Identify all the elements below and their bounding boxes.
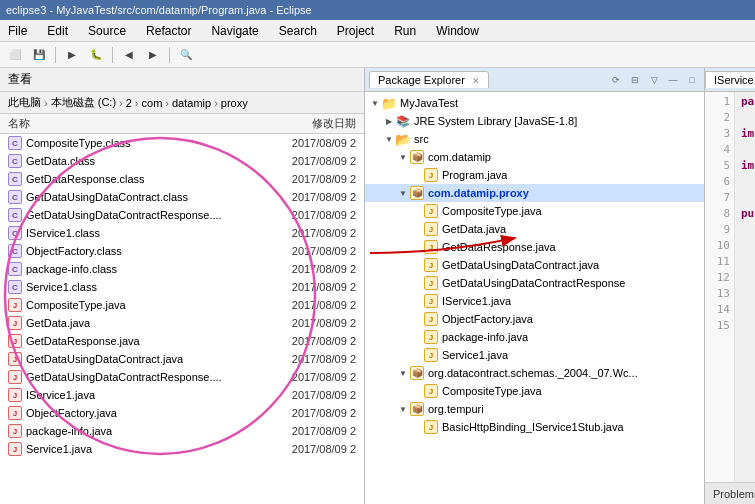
tree-item[interactable]: JBasicHttpBinding_IService1Stub.java xyxy=(365,418,704,436)
list-item[interactable]: CGetDataResponse.class2017/08/09 2 xyxy=(0,170,364,188)
bc-c[interactable]: 本地磁盘 (C:) xyxy=(51,95,116,110)
menu-edit[interactable]: Edit xyxy=(43,22,72,40)
tree-item[interactable]: JGetDataUsingDataContract.java xyxy=(365,256,704,274)
view-label: 查看 xyxy=(8,72,32,86)
line-number: 5 xyxy=(705,158,734,174)
package-explorer-panel: Package Explorer ✕ ⟳ ⊟ ▽ — □ ▼📁MyJavaTes… xyxy=(365,68,705,504)
tree-item[interactable]: JService1.java xyxy=(365,346,704,364)
tree-label: package-info.java xyxy=(442,331,528,343)
toolbar-forward[interactable]: ▶ xyxy=(142,45,164,65)
collapse-icon[interactable]: ⊟ xyxy=(627,72,643,88)
list-item[interactable]: Jpackage-info.java2017/08/09 2 xyxy=(0,422,364,440)
main-split: 查看 此电脑 › 本地磁盘 (C:) › 2 › com › datamip ›… xyxy=(0,68,755,504)
tree-arrow-icon: ▼ xyxy=(397,187,409,199)
bc-2[interactable]: 2 xyxy=(126,97,132,109)
list-item[interactable]: CIService1.class2017/08/09 2 xyxy=(0,224,364,242)
menu-project[interactable]: Project xyxy=(333,22,378,40)
list-item[interactable]: JGetDataResponse.java2017/08/09 2 xyxy=(0,332,364,350)
menu-window[interactable]: Window xyxy=(432,22,483,40)
toolbar-debug[interactable]: 🐛 xyxy=(85,45,107,65)
list-item[interactable]: JGetDataUsingDataContractResponse....201… xyxy=(0,368,364,386)
toolbar-new[interactable]: ⬜ xyxy=(4,45,26,65)
tree-item[interactable]: JIService1.java xyxy=(365,292,704,310)
tree-item[interactable]: ▼📦org.datacontract.schemas._2004._07.Wc.… xyxy=(365,364,704,382)
class-icon: C xyxy=(8,208,22,222)
list-item[interactable]: CGetDataUsingDataContract.class2017/08/0… xyxy=(0,188,364,206)
tree-label: BasicHttpBinding_IService1Stub.java xyxy=(442,421,624,433)
file-name: ObjectFactory.java xyxy=(26,407,246,419)
file-name: ObjectFactory.class xyxy=(26,245,246,257)
sync-icon[interactable]: ⟳ xyxy=(608,72,624,88)
list-item[interactable]: Cpackage-info.class2017/08/09 2 xyxy=(0,260,364,278)
view-menu-icon[interactable]: ▽ xyxy=(646,72,662,88)
menu-bar: File Edit Source Refactor Navigate Searc… xyxy=(0,20,755,42)
list-item[interactable]: JGetData.java2017/08/09 2 xyxy=(0,314,364,332)
java-file-icon: J xyxy=(424,204,438,218)
menu-file[interactable]: File xyxy=(4,22,31,40)
toolbar-back[interactable]: ◀ xyxy=(118,45,140,65)
list-item[interactable]: CService1.class2017/08/09 2 xyxy=(0,278,364,296)
tab-package-explorer[interactable]: Package Explorer ✕ xyxy=(369,71,489,88)
list-item[interactable]: JService1.java2017/08/09 2 xyxy=(0,440,364,458)
tree-item[interactable]: JGetDataUsingDataContractResponse xyxy=(365,274,704,292)
file-date: 2017/08/09 2 xyxy=(246,245,356,257)
tree-item[interactable]: ▼📦com.datamip.proxy xyxy=(365,184,704,202)
list-item[interactable]: JObjectFactory.java2017/08/09 2 xyxy=(0,404,364,422)
maximize-icon[interactable]: □ xyxy=(684,72,700,88)
toolbar-search[interactable]: 🔍 xyxy=(175,45,197,65)
menu-refactor[interactable]: Refactor xyxy=(142,22,195,40)
col-date[interactable]: 修改日期 xyxy=(246,116,356,131)
tree-item[interactable]: JProgram.java xyxy=(365,166,704,184)
list-item[interactable]: CCompositeType.class2017/08/09 2 xyxy=(0,134,364,152)
tree-item[interactable]: JCompositeType.java xyxy=(365,382,704,400)
list-item[interactable]: JGetDataUsingDataContract.java2017/08/09… xyxy=(0,350,364,368)
file-name: GetData.class xyxy=(26,155,246,167)
java-file-icon: J xyxy=(424,312,438,326)
tree-item[interactable]: JCompositeType.java xyxy=(365,202,704,220)
tree-node-icon: J xyxy=(423,293,439,309)
tree-item[interactable]: JGetDataResponse.java xyxy=(365,238,704,256)
tree-item[interactable]: ▼📂src xyxy=(365,130,704,148)
file-name: GetDataUsingDataContractResponse.... xyxy=(26,371,246,383)
tab-iservice1[interactable]: IService1 xyxy=(705,71,755,88)
bc-pc[interactable]: 此电脑 xyxy=(8,95,41,110)
menu-source[interactable]: Source xyxy=(84,22,130,40)
menu-navigate[interactable]: Navigate xyxy=(207,22,262,40)
tree-arrow-icon: ▼ xyxy=(369,97,381,109)
code-content[interactable]: packageimpimppub xyxy=(735,92,755,482)
menu-search[interactable]: Search xyxy=(275,22,321,40)
toolbar-save[interactable]: 💾 xyxy=(28,45,50,65)
list-item[interactable]: CObjectFactory.class2017/08/09 2 xyxy=(0,242,364,260)
list-item[interactable]: CGetData.class2017/08/09 2 xyxy=(0,152,364,170)
tree-node-icon: J xyxy=(423,239,439,255)
library-icon: 📚 xyxy=(396,115,410,128)
tree-node-icon: 📂 xyxy=(395,131,411,147)
file-date: 2017/08/09 2 xyxy=(246,335,356,347)
code-line: package xyxy=(741,94,749,110)
tree-item[interactable]: ▶📚JRE System Library [JavaSE-1.8] xyxy=(365,112,704,130)
tree-label: GetData.java xyxy=(442,223,506,235)
tree-item[interactable]: ▼📦org.tempuri xyxy=(365,400,704,418)
tree-item[interactable]: Jpackage-info.java xyxy=(365,328,704,346)
bc-proxy[interactable]: proxy xyxy=(221,97,248,109)
bc-datamip[interactable]: datamip xyxy=(172,97,211,109)
minimize-icon[interactable]: — xyxy=(665,72,681,88)
list-item[interactable]: JCompositeType.java2017/08/09 2 xyxy=(0,296,364,314)
bc-com[interactable]: com xyxy=(142,97,163,109)
tree-item[interactable]: ▼📦com.datamip xyxy=(365,148,704,166)
toolbar-run[interactable]: ▶ xyxy=(61,45,83,65)
tree-item[interactable]: ▼📁MyJavaTest xyxy=(365,94,704,112)
tree-item[interactable]: JObjectFactory.java xyxy=(365,310,704,328)
tree-item[interactable]: JGetData.java xyxy=(365,220,704,238)
col-name[interactable]: 名称 xyxy=(8,116,246,131)
file-name: GetDataUsingDataContract.class xyxy=(26,191,246,203)
tree-label: GetDataUsingDataContractResponse xyxy=(442,277,625,289)
tab-close-icon[interactable]: ✕ xyxy=(472,76,480,86)
list-item[interactable]: CGetDataUsingDataContractResponse....201… xyxy=(0,206,364,224)
class-icon: C xyxy=(8,190,22,204)
problems-label[interactable]: Problems xyxy=(713,488,755,500)
tree-label: ObjectFactory.java xyxy=(442,313,533,325)
menu-run[interactable]: Run xyxy=(390,22,420,40)
list-item[interactable]: JIService1.java2017/08/09 2 xyxy=(0,386,364,404)
tree-label: CompositeType.java xyxy=(442,205,542,217)
